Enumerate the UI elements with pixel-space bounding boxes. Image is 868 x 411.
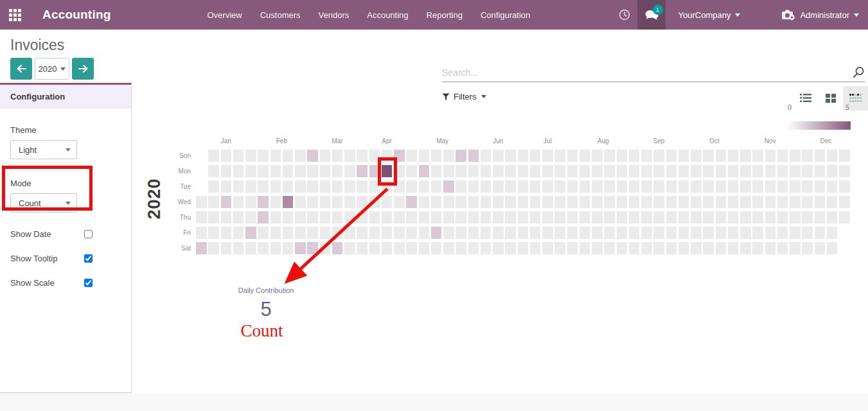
heatmap-cell[interactable] [678,227,689,239]
heatmap-cell[interactable] [208,242,219,254]
heatmap-cell[interactable] [468,242,479,254]
heatmap-cell[interactable] [716,150,727,162]
heatmap-cell[interactable] [270,227,281,239]
heatmap-cell[interactable] [839,150,850,162]
heatmap-cell[interactable] [728,180,739,193]
heatmap-cell[interactable] [567,227,578,239]
heatmap-cell[interactable] [382,227,393,239]
heatmap-cell[interactable] [270,150,281,162]
heatmap-cell[interactable] [332,165,343,177]
nav-item-reporting[interactable]: Reporting [418,0,472,30]
heatmap-cell[interactable] [245,165,256,177]
heatmap-cell[interactable] [542,180,553,193]
heatmap-cell[interactable] [740,150,751,162]
heatmap-cell[interactable] [344,196,355,208]
show-scale-checkbox[interactable] [84,279,93,287]
heatmap-cell[interactable] [481,242,492,254]
heatmap-cell[interactable] [530,242,541,254]
heatmap-cell[interactable] [344,211,355,223]
heatmap-cell[interactable] [554,211,565,223]
heatmap-cell[interactable] [456,180,466,193]
heatmap-cell[interactable] [802,150,813,162]
heatmap-cell[interactable] [703,242,714,254]
heatmap-cell[interactable] [617,196,628,208]
heatmap-cell[interactable] [716,227,727,239]
heatmap-cell[interactable] [468,211,479,223]
heatmap-cell[interactable] [443,165,454,177]
heatmap-cell[interactable] [666,242,677,254]
heatmap-cell[interactable] [208,196,219,208]
heatmap-cell[interactable] [802,211,813,223]
heatmap-cell[interactable] [592,165,603,177]
heatmap-cell[interactable] [542,196,553,208]
heatmap-cell[interactable] [815,196,826,208]
heatmap-cell[interactable] [307,227,318,239]
heatmap-cell[interactable] [481,227,492,239]
heatmap-cell[interactable] [666,196,677,208]
heatmap-cell[interactable] [245,242,256,254]
heatmap-cell[interactable] [580,165,590,177]
heatmap-cell[interactable] [443,242,454,254]
heatmap-cell[interactable] [790,150,801,162]
heatmap-cell[interactable] [332,196,343,208]
heatmap-cell[interactable] [357,211,368,223]
heatmap-cell[interactable] [740,165,751,177]
heatmap-cell[interactable] [221,150,232,162]
heatmap-cell[interactable] [208,227,219,239]
heatmap-cell[interactable] [542,211,553,223]
heatmap-cell[interactable] [716,196,727,208]
heatmap-cell[interactable] [691,196,702,208]
heatmap-cell[interactable] [728,196,739,208]
heatmap-cell[interactable] [777,150,788,162]
heatmap-cell[interactable] [481,196,492,208]
heatmap-cell[interactable] [530,227,541,239]
heatmap-cell[interactable] [703,227,714,239]
nav-item-customers[interactable]: Customers [251,0,310,30]
show-date-checkbox[interactable] [84,230,93,238]
heatmap-cell[interactable] [258,150,269,162]
heatmap-cell[interactable] [468,165,479,177]
heatmap-cell[interactable] [406,196,417,208]
heatmap-cell[interactable] [592,242,603,254]
heatmap-cell[interactable] [604,150,615,162]
heatmap-cell[interactable] [827,196,838,208]
heatmap-cell[interactable] [233,242,244,254]
heatmap-cell[interactable] [653,196,664,208]
heatmap-cell[interactable] [765,165,776,177]
heatmap-cell[interactable] [617,227,628,239]
heatmap-cell[interactable] [777,211,788,223]
heatmap-cell[interactable] [295,242,306,254]
heatmap-cell[interactable] [208,165,219,177]
heatmap-cell[interactable] [666,165,677,177]
heatmap-cell[interactable] [505,165,516,177]
heatmap-cell[interactable] [233,211,244,223]
heatmap-cell[interactable] [802,242,813,254]
heatmap-cell[interactable] [629,227,640,239]
heatmap-cell[interactable] [815,150,826,162]
heatmap-cell[interactable] [307,180,318,193]
heatmap-cell[interactable] [431,180,442,193]
heatmap-cell[interactable] [728,227,739,239]
heatmap-cell[interactable] [270,180,281,193]
heatmap-cell[interactable] [208,180,219,193]
heatmap-cell[interactable] [443,227,454,239]
heatmap-cell[interactable] [542,227,553,239]
heatmap-cell[interactable] [604,180,615,193]
heatmap-cell[interactable] [307,165,318,177]
heatmap-cell[interactable] [777,242,788,254]
theme-select[interactable]: Light [10,140,77,159]
user-menu[interactable]: Administrator [772,0,868,30]
heatmap-cell[interactable] [344,150,355,162]
heatmap-cell[interactable] [752,150,763,162]
heatmap-cell[interactable] [233,196,244,208]
heatmap-cell[interactable] [456,242,466,254]
heatmap-cell[interactable] [196,211,207,223]
search-icon[interactable] [853,66,865,78]
company-switcher[interactable]: YourCompany [669,0,750,30]
heatmap-cell[interactable] [431,242,442,254]
heatmap-cell[interactable] [580,150,590,162]
heatmap-cell[interactable] [678,165,689,177]
heatmap-cell[interactable] [629,242,640,254]
heatmap-cell[interactable] [827,150,838,162]
heatmap-cell[interactable] [493,165,504,177]
